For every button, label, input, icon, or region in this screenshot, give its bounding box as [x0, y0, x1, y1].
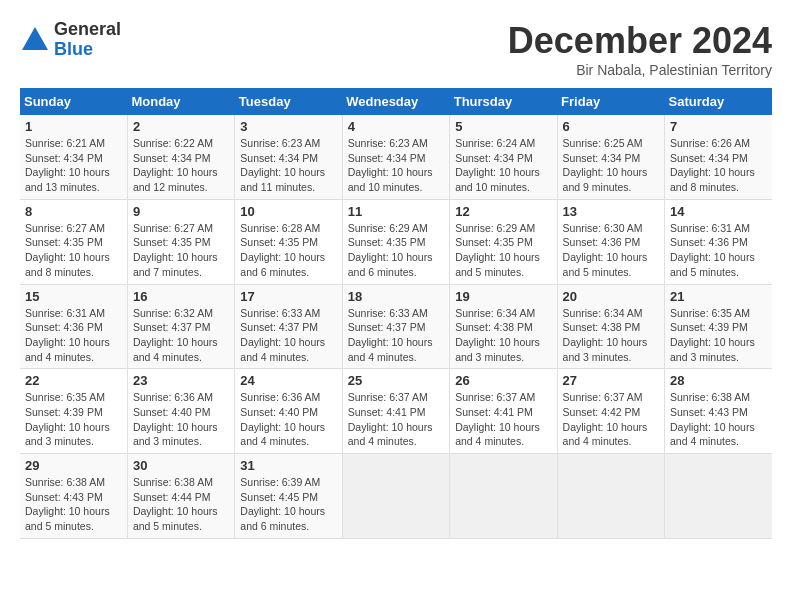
- title-block: December 2024 Bir Nabala, Palestinian Te…: [508, 20, 772, 78]
- calendar-cell: [557, 454, 664, 539]
- calendar-table: SundayMondayTuesdayWednesdayThursdayFrid…: [20, 88, 772, 539]
- day-info: Sunrise: 6:37 AM Sunset: 4:41 PM Dayligh…: [348, 390, 444, 449]
- calendar-cell: 24 Sunrise: 6:36 AM Sunset: 4:40 PM Dayl…: [235, 369, 342, 454]
- day-info: Sunrise: 6:23 AM Sunset: 4:34 PM Dayligh…: [348, 136, 444, 195]
- week-row-4: 22 Sunrise: 6:35 AM Sunset: 4:39 PM Dayl…: [20, 369, 772, 454]
- day-number: 25: [348, 373, 444, 388]
- day-number: 11: [348, 204, 444, 219]
- day-number: 15: [25, 289, 122, 304]
- day-info: Sunrise: 6:22 AM Sunset: 4:34 PM Dayligh…: [133, 136, 229, 195]
- calendar-cell: 20 Sunrise: 6:34 AM Sunset: 4:38 PM Dayl…: [557, 284, 664, 369]
- day-number: 5: [455, 119, 551, 134]
- day-info: Sunrise: 6:31 AM Sunset: 4:36 PM Dayligh…: [670, 221, 767, 280]
- day-number: 14: [670, 204, 767, 219]
- day-info: Sunrise: 6:35 AM Sunset: 4:39 PM Dayligh…: [670, 306, 767, 365]
- day-number: 8: [25, 204, 122, 219]
- calendar-cell: 13 Sunrise: 6:30 AM Sunset: 4:36 PM Dayl…: [557, 199, 664, 284]
- day-number: 3: [240, 119, 336, 134]
- day-info: Sunrise: 6:26 AM Sunset: 4:34 PM Dayligh…: [670, 136, 767, 195]
- day-info: Sunrise: 6:27 AM Sunset: 4:35 PM Dayligh…: [25, 221, 122, 280]
- calendar-cell: 21 Sunrise: 6:35 AM Sunset: 4:39 PM Dayl…: [665, 284, 772, 369]
- day-number: 31: [240, 458, 336, 473]
- day-number: 16: [133, 289, 229, 304]
- calendar-cell: [665, 454, 772, 539]
- logo-icon: [20, 25, 50, 55]
- header-saturday: Saturday: [665, 88, 772, 115]
- calendar-cell: 3 Sunrise: 6:23 AM Sunset: 4:34 PM Dayli…: [235, 115, 342, 199]
- day-info: Sunrise: 6:34 AM Sunset: 4:38 PM Dayligh…: [563, 306, 659, 365]
- day-number: 28: [670, 373, 767, 388]
- day-info: Sunrise: 6:38 AM Sunset: 4:44 PM Dayligh…: [133, 475, 229, 534]
- header-wednesday: Wednesday: [342, 88, 449, 115]
- header-friday: Friday: [557, 88, 664, 115]
- calendar-cell: 15 Sunrise: 6:31 AM Sunset: 4:36 PM Dayl…: [20, 284, 127, 369]
- calendar-cell: 19 Sunrise: 6:34 AM Sunset: 4:38 PM Dayl…: [450, 284, 557, 369]
- month-title: December 2024: [508, 20, 772, 62]
- day-info: Sunrise: 6:32 AM Sunset: 4:37 PM Dayligh…: [133, 306, 229, 365]
- day-number: 29: [25, 458, 122, 473]
- day-number: 17: [240, 289, 336, 304]
- day-number: 2: [133, 119, 229, 134]
- day-number: 4: [348, 119, 444, 134]
- day-number: 12: [455, 204, 551, 219]
- day-info: Sunrise: 6:37 AM Sunset: 4:42 PM Dayligh…: [563, 390, 659, 449]
- calendar-cell: 22 Sunrise: 6:35 AM Sunset: 4:39 PM Dayl…: [20, 369, 127, 454]
- logo-text: General Blue: [54, 20, 121, 60]
- calendar-cell: 8 Sunrise: 6:27 AM Sunset: 4:35 PM Dayli…: [20, 199, 127, 284]
- calendar-cell: 14 Sunrise: 6:31 AM Sunset: 4:36 PM Dayl…: [665, 199, 772, 284]
- day-info: Sunrise: 6:23 AM Sunset: 4:34 PM Dayligh…: [240, 136, 336, 195]
- week-row-1: 1 Sunrise: 6:21 AM Sunset: 4:34 PM Dayli…: [20, 115, 772, 199]
- calendar-cell: 4 Sunrise: 6:23 AM Sunset: 4:34 PM Dayli…: [342, 115, 449, 199]
- day-number: 13: [563, 204, 659, 219]
- header-monday: Monday: [127, 88, 234, 115]
- day-number: 20: [563, 289, 659, 304]
- calendar-cell: 7 Sunrise: 6:26 AM Sunset: 4:34 PM Dayli…: [665, 115, 772, 199]
- header-thursday: Thursday: [450, 88, 557, 115]
- week-row-2: 8 Sunrise: 6:27 AM Sunset: 4:35 PM Dayli…: [20, 199, 772, 284]
- location: Bir Nabala, Palestinian Territory: [508, 62, 772, 78]
- day-info: Sunrise: 6:27 AM Sunset: 4:35 PM Dayligh…: [133, 221, 229, 280]
- calendar-cell: [342, 454, 449, 539]
- day-number: 26: [455, 373, 551, 388]
- calendar-cell: 2 Sunrise: 6:22 AM Sunset: 4:34 PM Dayli…: [127, 115, 234, 199]
- day-number: 27: [563, 373, 659, 388]
- day-info: Sunrise: 6:38 AM Sunset: 4:43 PM Dayligh…: [670, 390, 767, 449]
- day-number: 18: [348, 289, 444, 304]
- day-info: Sunrise: 6:29 AM Sunset: 4:35 PM Dayligh…: [455, 221, 551, 280]
- day-info: Sunrise: 6:34 AM Sunset: 4:38 PM Dayligh…: [455, 306, 551, 365]
- calendar-cell: 29 Sunrise: 6:38 AM Sunset: 4:43 PM Dayl…: [20, 454, 127, 539]
- calendar-cell: 12 Sunrise: 6:29 AM Sunset: 4:35 PM Dayl…: [450, 199, 557, 284]
- header-tuesday: Tuesday: [235, 88, 342, 115]
- day-info: Sunrise: 6:33 AM Sunset: 4:37 PM Dayligh…: [348, 306, 444, 365]
- day-number: 23: [133, 373, 229, 388]
- calendar-cell: 11 Sunrise: 6:29 AM Sunset: 4:35 PM Dayl…: [342, 199, 449, 284]
- day-info: Sunrise: 6:36 AM Sunset: 4:40 PM Dayligh…: [133, 390, 229, 449]
- calendar-cell: 27 Sunrise: 6:37 AM Sunset: 4:42 PM Dayl…: [557, 369, 664, 454]
- day-number: 21: [670, 289, 767, 304]
- day-number: 6: [563, 119, 659, 134]
- header-row: SundayMondayTuesdayWednesdayThursdayFrid…: [20, 88, 772, 115]
- day-info: Sunrise: 6:29 AM Sunset: 4:35 PM Dayligh…: [348, 221, 444, 280]
- day-info: Sunrise: 6:30 AM Sunset: 4:36 PM Dayligh…: [563, 221, 659, 280]
- day-info: Sunrise: 6:24 AM Sunset: 4:34 PM Dayligh…: [455, 136, 551, 195]
- day-number: 10: [240, 204, 336, 219]
- day-number: 30: [133, 458, 229, 473]
- day-info: Sunrise: 6:39 AM Sunset: 4:45 PM Dayligh…: [240, 475, 336, 534]
- page-header: General Blue December 2024 Bir Nabala, P…: [20, 20, 772, 78]
- day-info: Sunrise: 6:28 AM Sunset: 4:35 PM Dayligh…: [240, 221, 336, 280]
- calendar-cell: [450, 454, 557, 539]
- day-number: 1: [25, 119, 122, 134]
- day-info: Sunrise: 6:33 AM Sunset: 4:37 PM Dayligh…: [240, 306, 336, 365]
- day-info: Sunrise: 6:37 AM Sunset: 4:41 PM Dayligh…: [455, 390, 551, 449]
- calendar-cell: 6 Sunrise: 6:25 AM Sunset: 4:34 PM Dayli…: [557, 115, 664, 199]
- calendar-cell: 16 Sunrise: 6:32 AM Sunset: 4:37 PM Dayl…: [127, 284, 234, 369]
- day-info: Sunrise: 6:25 AM Sunset: 4:34 PM Dayligh…: [563, 136, 659, 195]
- day-number: 9: [133, 204, 229, 219]
- svg-marker-0: [22, 27, 48, 50]
- calendar-cell: 9 Sunrise: 6:27 AM Sunset: 4:35 PM Dayli…: [127, 199, 234, 284]
- calendar-cell: 23 Sunrise: 6:36 AM Sunset: 4:40 PM Dayl…: [127, 369, 234, 454]
- calendar-cell: 30 Sunrise: 6:38 AM Sunset: 4:44 PM Dayl…: [127, 454, 234, 539]
- header-sunday: Sunday: [20, 88, 127, 115]
- calendar-cell: 17 Sunrise: 6:33 AM Sunset: 4:37 PM Dayl…: [235, 284, 342, 369]
- day-info: Sunrise: 6:31 AM Sunset: 4:36 PM Dayligh…: [25, 306, 122, 365]
